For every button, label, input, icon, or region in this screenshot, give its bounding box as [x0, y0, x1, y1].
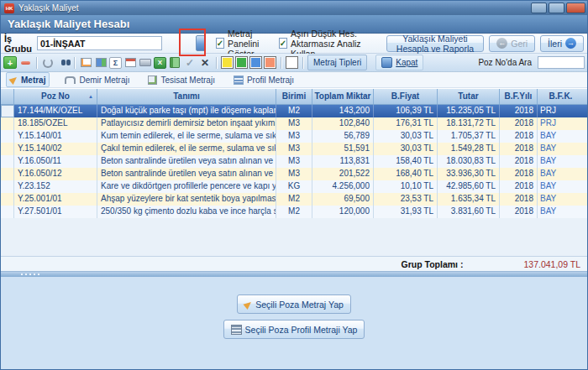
cell-yil: 2018 [500, 206, 538, 218]
report-window-icon[interactable] [123, 56, 137, 70]
table-row[interactable]: Y.15.140/02Çakıl temin edilerek, el ile … [1, 143, 587, 155]
group-total-label: Grup Toplamı : [402, 259, 464, 269]
row-selector[interactable] [1, 155, 14, 168]
table-row[interactable]: Y.15.140/01Kum temin edilerek, el ile se… [1, 130, 587, 143]
cell-tanim: Beton santralinde üretilen veya satın al… [97, 168, 276, 180]
maximize-button[interactable] [549, 3, 564, 13]
tab-label: Tesisat Metrajı [160, 76, 214, 85]
add-row-icon[interactable]: + [3, 56, 17, 69]
toolbar-separator [74, 57, 75, 69]
printer-icon[interactable] [139, 56, 152, 70]
cell-bfk: BAY [538, 168, 584, 180]
apply-check-icon[interactable]: ✓ [183, 56, 197, 70]
remove-row-icon[interactable] [18, 56, 32, 70]
excel-export-icon[interactable]: X [154, 57, 166, 69]
toolbar: + Σ X ✓ ✕ Metraj Tipleri Kapat Poz No'da… [1, 54, 587, 72]
secili-poza-profil-metraji-yap-button[interactable]: Seçili Poza Profil Metraji Yap [223, 320, 365, 339]
row-selector[interactable] [1, 168, 14, 180]
cell-poz: 17.144/MK/OZEL [14, 105, 97, 117]
cell-tutar: 15.235,05 TL [438, 105, 500, 117]
cell-poz: Y.15.140/01 [14, 130, 97, 143]
forward-arrow-icon: → [565, 38, 576, 49]
header-toplam-miktar[interactable]: Toplam Miktar [312, 89, 374, 104]
header-bfk[interactable]: B.F.K. [538, 89, 584, 104]
color-swatch-yellow[interactable] [221, 56, 234, 69]
secili-poza-metraj-yap-button[interactable]: Seçili Poza Metraj Yap [237, 294, 351, 314]
geri-label: Geri [511, 39, 528, 49]
color-swatch-blue[interactable] [249, 56, 262, 69]
cell-tutar: 42.985,60 TL [438, 180, 500, 193]
kapat-label: Kapat [396, 58, 417, 67]
row-selector[interactable] [1, 180, 14, 193]
row-selector[interactable] [1, 130, 14, 143]
minimize-button[interactable] [531, 3, 547, 13]
header-b-fiyat[interactable]: B.Fiyat [374, 89, 438, 104]
header-bf-yili[interactable]: B.F.Yılı [500, 89, 538, 104]
cell-fiyat: 31,93 TL [374, 206, 438, 218]
geri-button[interactable]: ← Geri [489, 35, 535, 52]
refresh-icon[interactable] [41, 56, 55, 70]
exit-icon [381, 57, 392, 68]
header-birimi[interactable]: Birimi [276, 89, 312, 104]
cancel-x-icon[interactable]: ✕ [198, 56, 212, 70]
row-selector[interactable] [1, 206, 14, 218]
header-poz-no[interactable]: Poz No▲ [14, 89, 97, 104]
preview-icon[interactable] [79, 56, 92, 70]
row-selector[interactable] [1, 117, 14, 130]
cell-fiyat: 30,03 TL [374, 143, 438, 155]
color-swatch-green[interactable] [235, 56, 248, 69]
cell-poz: Y.23.152 [14, 180, 97, 193]
table-row[interactable]: Y.27.501/01250/350 kg çimento dozlu kaba… [1, 206, 587, 218]
color-swatch-white[interactable] [286, 56, 298, 69]
header-tutar[interactable]: Tutar [438, 89, 500, 104]
cell-birim: M3 [276, 143, 312, 155]
tab-profil-metraji[interactable]: Profil Metrajı [230, 73, 297, 86]
row-selector[interactable] [1, 193, 14, 206]
table-row[interactable]: 18.185/OZELPatlayıcısız demirli demirsiz… [1, 117, 587, 130]
kapat-button[interactable]: Kapat [375, 55, 423, 70]
cell-tanim: Çakıl temin edilerek, el ile serme, sula… [97, 143, 276, 155]
cell-bfk: BAY [538, 155, 584, 168]
table-row[interactable]: Y.16.050/11Beton santralinde üretilen ve… [1, 155, 587, 168]
close-button[interactable] [566, 3, 585, 13]
color-swatch-orange[interactable] [264, 56, 276, 69]
table-row[interactable]: Y.23.152Kare ve dikdörtgen profillerle p… [1, 180, 587, 193]
analysis-icon[interactable] [94, 56, 108, 70]
table-empty-area [1, 218, 587, 256]
table-row[interactable]: 17.144/MK/OZELDoğal küçük parke taşı (mp… [1, 105, 587, 117]
cell-yil: 2018 [500, 180, 538, 193]
toolbar-separator [216, 57, 217, 69]
pencil-icon [8, 75, 18, 85]
table-row[interactable]: Y.16.050/12Beton santralinde üretilen ve… [1, 168, 587, 180]
cell-bfk: BAY [538, 193, 584, 206]
table-row[interactable]: Y.25.001/01Ahşap yüzeylere bir kat sente… [1, 193, 587, 206]
poz-ara-input[interactable] [538, 56, 585, 69]
cell-birim: M3 [276, 130, 312, 143]
header-tanimi[interactable]: Tanımı [97, 89, 276, 104]
cell-tanim: Kare ve dikdörtgen profillerle pencere v… [97, 180, 276, 193]
plumbing-icon [148, 76, 157, 85]
cell-birim: M2 [276, 105, 312, 117]
ileri-button[interactable]: İleri → [540, 35, 584, 52]
hesapla-raporla-button[interactable]: Yaklaşık Maliyeti Hesapla ve Raporla [386, 35, 485, 52]
is-grubu-input[interactable] [37, 36, 162, 50]
cell-miktar: 56,789 [312, 130, 374, 143]
tab-tesisat-metraji[interactable]: Tesisat Metrajı [144, 73, 218, 86]
book-export-icon[interactable] [168, 56, 181, 70]
cell-tutar: 3.831,60 TL [438, 206, 500, 218]
cell-bfk: BAY [538, 206, 584, 218]
back-arrow-icon: ← [496, 38, 507, 49]
splitter-bar[interactable] [1, 271, 587, 277]
metraj-tipleri-button[interactable]: Metraj Tipleri [307, 55, 367, 70]
binoculars-find-icon[interactable] [56, 56, 70, 70]
row-selector[interactable] [1, 143, 14, 155]
annotation-rectangle [179, 29, 206, 56]
window-title: Yaklaşık Maliyet [18, 3, 529, 13]
pencil-icon [244, 300, 254, 310]
cell-miktar: 69,500 [312, 193, 374, 206]
group-total-row: Grup Toplamı : 137.041,09 TL [1, 256, 587, 271]
sum-icon[interactable]: Σ [109, 57, 122, 69]
row-selector[interactable] [1, 105, 14, 117]
tab-metraj[interactable]: Metraj [6, 72, 50, 87]
tab-demir-metraji[interactable]: Demir Metrajı [61, 73, 133, 86]
